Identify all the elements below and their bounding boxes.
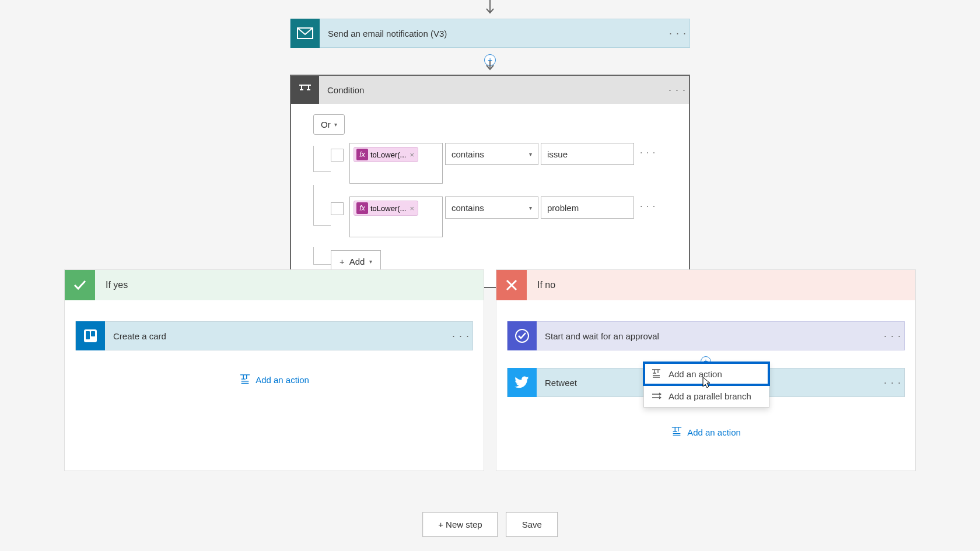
remove-pill-icon[interactable]: × [408,150,415,159]
row-checkbox[interactable] [331,202,344,215]
svg-rect-2 [86,331,90,339]
cross-icon [496,270,527,300]
row-checkbox[interactable] [331,149,344,162]
value-input[interactable] [541,196,634,219]
mail-icon [290,19,320,48]
condition-icon [291,76,319,104]
trello-icon [76,321,105,350]
action-menu-icon[interactable]: · · · [881,330,904,342]
popup-add-parallel[interactable]: Add a parallel branch [644,385,769,407]
action-approval[interactable]: Start and wait for an approval · · · [507,321,905,350]
value-input[interactable] [541,143,634,165]
tree-connector [313,146,331,172]
step-title: Send an email notification (V3) [320,29,666,38]
branch-yes-header[interactable]: If yes [65,270,484,300]
operand-input[interactable]: fx toLower(... × [349,143,443,184]
operator-select[interactable]: contains ▾ [445,143,538,165]
row-menu-icon[interactable]: · · · [640,148,656,158]
condition-row: fx toLower(... × contains ▾ · · · [313,196,667,237]
add-action-icon [671,426,682,438]
condition-title: Condition [319,85,666,95]
condition-menu-icon[interactable]: · · · [666,84,689,96]
chevron-down-icon: ▾ [529,205,532,211]
chevron-down-icon: ▾ [334,121,337,128]
operator-value: contains [452,149,484,159]
row-menu-icon[interactable]: · · · [640,201,656,212]
popup-add-action-label: Add an action [668,369,722,379]
branch-yes-title: If yes [95,280,128,290]
branch-yes: If yes Create a card · · · Add an action [64,269,484,471]
twitter-icon [508,368,537,397]
condition-row: fx toLower(... × contains ▾ · · · [313,143,667,184]
operator-select[interactable]: contains ▾ [445,196,538,219]
action-create-card[interactable]: Create a card · · · [75,321,473,350]
action-menu-icon[interactable]: · · · [449,330,473,342]
remove-pill-icon[interactable]: × [408,204,415,213]
add-label: Add [349,257,365,266]
add-action-icon [239,374,251,385]
tree-connector [313,247,331,265]
pill-text: toLower(... [370,204,406,213]
add-action-label: Add an action [687,427,741,437]
flow-arrow-down-icon [485,0,495,16]
popup-add-action[interactable]: Add an action [644,363,769,385]
svg-rect-3 [91,331,95,336]
check-icon [65,270,95,300]
popup-add-parallel-label: Add a parallel branch [668,391,751,401]
expression-pill[interactable]: fx toLower(... × [354,201,418,216]
fx-icon: fx [356,149,368,160]
tree-connector [313,185,331,226]
action-title: Create a card [105,331,449,341]
branch-no-header[interactable]: If no [496,270,915,300]
chevron-down-icon: ▾ [369,258,372,265]
plus-icon: + [340,257,345,266]
insert-step-popup: Add an action Add a parallel branch [643,362,769,408]
logic-selector[interactable]: Or ▾ [313,114,345,135]
chevron-down-icon: ▾ [529,151,532,157]
add-action-button[interactable]: Add an action [75,374,473,385]
condition-header[interactable]: Condition · · · [291,76,689,104]
step-menu-icon[interactable]: · · · [666,27,690,40]
branch-no-title: If no [527,280,555,290]
operand-input[interactable]: fx toLower(... × [349,196,443,237]
step-send-email[interactable]: Send an email notification (V3) · · · [290,19,690,48]
fx-icon: fx [356,202,368,214]
operator-value: contains [452,203,484,213]
pill-text: toLower(... [370,150,406,159]
action-title: Start and wait for an approval [537,331,881,341]
parallel-branch-icon [651,391,662,401]
expression-pill[interactable]: fx toLower(... × [354,147,418,162]
approval-icon [508,321,537,350]
add-action-label: Add an action [256,375,309,385]
flow-arrow-down-icon [485,61,495,72]
logic-label: Or [321,120,331,129]
action-menu-icon[interactable]: · · · [881,377,904,389]
add-action-button[interactable]: Add an action [507,426,905,438]
condition-block[interactable]: Condition · · · Or ▾ fx toLower(... × [290,75,690,288]
add-action-icon [651,368,662,379]
branch-no: If no Start and wait for an approval · ·… [496,269,916,471]
new-step-button[interactable]: + New step [422,512,498,537]
save-button[interactable]: Save [506,512,558,537]
